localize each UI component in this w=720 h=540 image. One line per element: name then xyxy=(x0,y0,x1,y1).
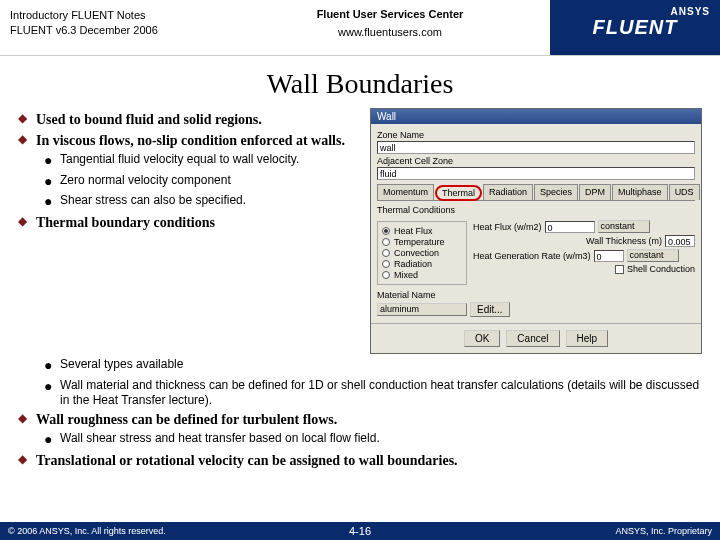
tab-thermal[interactable]: Thermal xyxy=(435,185,482,201)
zone-name-label: Zone Name xyxy=(377,130,695,140)
tab-radiation[interactable]: Radiation xyxy=(483,184,533,200)
diamond-icon: ◆ xyxy=(18,411,36,429)
radio-heat-flux-label: Heat Flux xyxy=(394,226,433,236)
heat-gen-input[interactable]: 0 xyxy=(594,250,624,262)
bullet-3: Thermal boundary conditions xyxy=(36,214,215,232)
header-center: Fluent User Services Center www.fluentus… xyxy=(230,0,550,55)
bullet-2-3: Shear stress can also be specified. xyxy=(60,193,246,211)
ok-button[interactable]: OK xyxy=(464,330,500,347)
dot-icon: ● xyxy=(44,431,60,449)
tab-uds[interactable]: UDS xyxy=(669,184,700,200)
bullet-2-2: Zero normal velocity component xyxy=(60,173,231,191)
radio-mixed-label: Mixed xyxy=(394,270,418,280)
adj-label: Adjacent Cell Zone xyxy=(377,156,695,166)
shell-conduction-checkbox[interactable] xyxy=(615,265,624,274)
heat-gen-label: Heat Generation Rate (w/m3) xyxy=(473,251,591,261)
adj-input[interactable]: fluid xyxy=(377,167,695,180)
notes-line2: FLUENT v6.3 December 2006 xyxy=(10,23,220,38)
help-button[interactable]: Help xyxy=(566,330,609,347)
heat-gen-select[interactable]: constant xyxy=(627,249,679,262)
page-number: 4-16 xyxy=(349,525,371,537)
notes-line1: Introductory FLUENT Notes xyxy=(10,8,220,23)
slide-footer: © 2006 ANSYS, Inc. All rights reserved. … xyxy=(0,522,720,540)
wall-thickness-label: Wall Thickness (m) xyxy=(586,236,662,246)
center-title: Fluent User Services Center xyxy=(234,8,546,20)
dot-icon: ● xyxy=(44,152,60,170)
slide-header: Introductory FLUENT Notes FLUENT v6.3 De… xyxy=(0,0,720,56)
bullet-3-1: Several types available xyxy=(60,357,183,375)
brand-top: ANSYS xyxy=(671,6,710,17)
slide-title: Wall Boundaries xyxy=(0,68,720,100)
bullet-4: Wall roughness can be defined for turbul… xyxy=(36,411,337,429)
diamond-icon: ◆ xyxy=(18,452,36,470)
bullet-1: Used to bound fluid and solid regions. xyxy=(36,111,262,129)
radio-radiation[interactable] xyxy=(382,260,390,268)
bullet-3-2: Wall material and thickness can be defin… xyxy=(60,378,702,408)
dot-icon: ● xyxy=(44,357,60,375)
shell-conduction-label: Shell Conduction xyxy=(627,264,695,274)
edit-button[interactable]: Edit... xyxy=(470,302,510,317)
material-select[interactable]: aluminum xyxy=(377,303,467,316)
radio-convection-label: Convection xyxy=(394,248,439,258)
tab-dpm[interactable]: DPM xyxy=(579,184,611,200)
bullet-2: In viscous flows, no-slip condition enfo… xyxy=(36,132,345,150)
dialog-tabs: Momentum Thermal Radiation Species DPM M… xyxy=(377,184,695,201)
radio-radiation-label: Radiation xyxy=(394,259,432,269)
tab-momentum[interactable]: Momentum xyxy=(377,184,434,200)
bullet-5: Translational or rotational velocity can… xyxy=(36,452,458,470)
wall-thickness-input[interactable]: 0.005 xyxy=(665,235,695,247)
bullet-column: ◆Used to bound fluid and solid regions. … xyxy=(18,108,370,354)
dialog-title: Wall xyxy=(371,109,701,124)
heat-flux-select[interactable]: constant xyxy=(598,220,650,233)
footer-left: © 2006 ANSYS, Inc. All rights reserved. xyxy=(8,526,166,536)
tab-multiphase[interactable]: Multiphase xyxy=(612,184,668,200)
heat-flux-input[interactable]: 0 xyxy=(545,221,595,233)
diamond-icon: ◆ xyxy=(18,214,36,232)
dot-icon: ● xyxy=(44,378,60,408)
footer-right: ANSYS, Inc. Proprietary xyxy=(615,526,712,536)
material-label: Material Name xyxy=(377,290,695,300)
thermal-conditions-label: Thermal Conditions xyxy=(377,205,695,215)
radio-temperature[interactable] xyxy=(382,238,390,246)
radio-convection[interactable] xyxy=(382,249,390,257)
diamond-icon: ◆ xyxy=(18,132,36,150)
zone-name-input[interactable]: wall xyxy=(377,141,695,154)
header-notes: Introductory FLUENT Notes FLUENT v6.3 De… xyxy=(0,0,230,55)
radio-temperature-label: Temperature xyxy=(394,237,445,247)
brand-main: FLUENT xyxy=(593,16,678,39)
dot-icon: ● xyxy=(44,193,60,211)
radio-heat-flux[interactable] xyxy=(382,227,390,235)
header-logo: ANSYS FLUENT xyxy=(550,0,720,55)
cancel-button[interactable]: Cancel xyxy=(506,330,559,347)
heat-flux-label: Heat Flux (w/m2) xyxy=(473,222,542,232)
radio-mixed[interactable] xyxy=(382,271,390,279)
diamond-icon: ◆ xyxy=(18,111,36,129)
tab-species[interactable]: Species xyxy=(534,184,578,200)
bullet-2-1: Tangential fluid velocity equal to wall … xyxy=(60,152,299,170)
dot-icon: ● xyxy=(44,173,60,191)
bullet-4-1: Wall shear stress and heat transfer base… xyxy=(60,431,380,449)
center-url: www.fluentusers.com xyxy=(234,26,546,38)
wall-dialog: Wall Zone Name wall Adjacent Cell Zone f… xyxy=(370,108,702,354)
